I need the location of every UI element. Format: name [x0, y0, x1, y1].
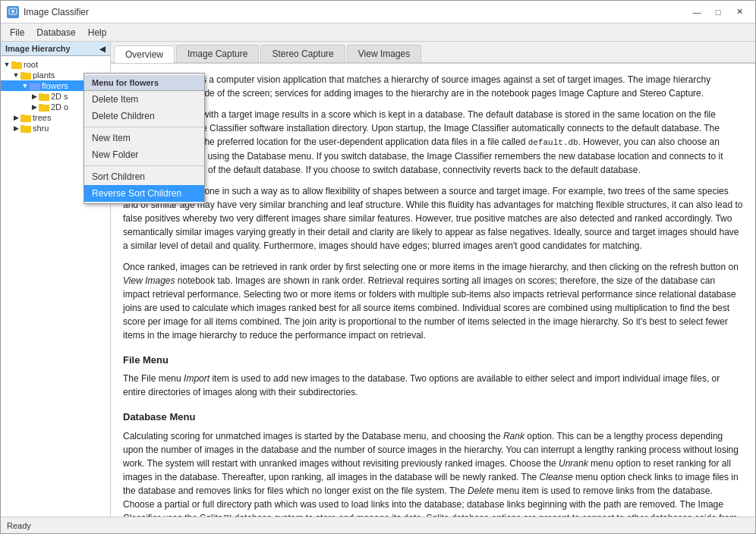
- folder-icon-flowers: [30, 81, 40, 90]
- context-menu-reverse-sort[interactable]: Reverse Sort Children: [84, 185, 204, 202]
- menu-help[interactable]: Help: [82, 26, 113, 39]
- context-menu-new-folder[interactable]: New Folder: [84, 146, 204, 163]
- context-menu-sep2: [84, 165, 204, 166]
- menu-database[interactable]: Database: [30, 26, 81, 39]
- svg-rect-15: [20, 125, 25, 127]
- folder-icon-2ds: [39, 92, 49, 101]
- tree-expand-trees[interactable]: ▶: [11, 113, 20, 122]
- tree-label-2do: 2D o: [51, 102, 68, 112]
- status-bar: Ready: [1, 517, 755, 533]
- menu-bar: File Database Help: [1, 24, 755, 42]
- svg-rect-9: [39, 93, 43, 96]
- title-bar: Image Classifier — □ ✕: [1, 1, 755, 24]
- minimize-button[interactable]: —: [687, 5, 707, 20]
- tree-expand-flowers[interactable]: ▼: [20, 81, 30, 90]
- tree-node-root[interactable]: ▼ root: [1, 59, 110, 70]
- para1: Matching an image with a target image re…: [123, 108, 743, 177]
- context-menu-delete-item[interactable]: Delete Item: [84, 91, 204, 108]
- folder-icon-2do: [39, 102, 49, 112]
- tab-image-capture[interactable]: Image Capture: [176, 45, 259, 62]
- panel-title: Image Hierarchy: [5, 44, 71, 53]
- tree-label-root: root: [24, 60, 38, 69]
- tab-stereo-capture[interactable]: Stereo Capture: [260, 45, 345, 62]
- heading-database-menu: Database Menu: [123, 410, 743, 425]
- folder-icon-plants: [20, 71, 31, 80]
- context-menu-sort-children[interactable]: Sort Children: [84, 168, 204, 185]
- svg-rect-11: [39, 104, 43, 106]
- context-menu-sep1: [84, 127, 204, 127]
- tree-expand-plants[interactable]: ▼: [11, 71, 20, 80]
- context-menu-delete-children[interactable]: Delete Children: [84, 108, 204, 124]
- folder-icon-root: [11, 60, 22, 69]
- tree-label-plants: plants: [33, 71, 55, 80]
- heading-file-menu: File Menu: [123, 353, 743, 368]
- svg-rect-13: [20, 115, 25, 117]
- tree-label-2ds: 2D s: [51, 92, 68, 101]
- right-panel: Overview Image Capture Stereo Capture Vi…: [111, 42, 755, 517]
- tab-overview[interactable]: Overview: [114, 46, 175, 63]
- tabs-bar: Overview Image Capture Stereo Capture Vi…: [111, 42, 755, 64]
- window-title: Image Classifier: [24, 7, 89, 17]
- close-button[interactable]: ✕: [729, 5, 749, 20]
- svg-rect-5: [20, 72, 25, 74]
- tree-label-trees: trees: [33, 113, 51, 122]
- app-icon: [7, 6, 19, 18]
- context-menu-new-item[interactable]: New Item: [84, 130, 204, 146]
- tree-label-shru: shru: [33, 124, 49, 133]
- context-menu-title: Menu for flowers: [84, 75, 204, 91]
- collapse-icon[interactable]: ◀: [99, 45, 106, 53]
- folder-icon-trees: [20, 113, 31, 122]
- menu-file[interactable]: File: [4, 26, 30, 39]
- para5: Calculating scoring for unmatched images…: [123, 429, 743, 517]
- svg-rect-3: [11, 61, 16, 64]
- intro-paragraph: Image Classifier™ is a computer vision a…: [123, 73, 743, 100]
- para3: Once ranked, images can be retrieved in …: [123, 260, 743, 342]
- tree-label-flowers: flowers: [42, 81, 68, 90]
- tree-expand-shru[interactable]: ▶: [11, 124, 20, 133]
- window-controls: — □ ✕: [687, 5, 749, 20]
- context-menu: Menu for flowers Delete Item Delete Chil…: [83, 73, 205, 204]
- maximize-button[interactable]: □: [708, 5, 728, 20]
- svg-rect-7: [30, 83, 34, 85]
- tree-expand-2do[interactable]: ▶: [30, 102, 39, 112]
- panel-header: Image Hierarchy ◀: [1, 42, 110, 56]
- folder-icon-shru: [20, 124, 31, 133]
- tab-view-images[interactable]: View Images: [347, 45, 421, 62]
- tree-expand-2ds[interactable]: ▶: [30, 92, 39, 101]
- tree-expand-root[interactable]: ▼: [2, 60, 11, 69]
- para4: The File menu Import item is used to add…: [123, 372, 743, 399]
- svg-point-1: [11, 10, 14, 13]
- status-text: Ready: [7, 521, 31, 530]
- para2: Image matching is done in such a way as …: [123, 184, 743, 253]
- content-area: Image Classifier™ is a computer vision a…: [111, 64, 755, 517]
